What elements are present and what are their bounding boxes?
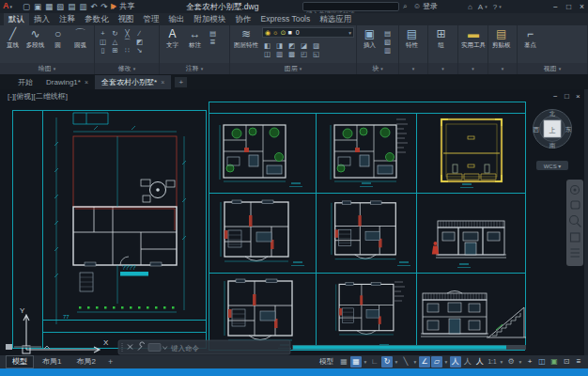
viewcube[interactable]: 上 北 南 西 东 xyxy=(533,110,572,149)
viewcube-top-face[interactable]: 上 xyxy=(549,127,556,133)
ribbon-tab-插入[interactable]: 插入 xyxy=(29,13,54,25)
viewcube-east[interactable]: 东 xyxy=(565,126,572,133)
annotate-tool-icon[interactable]: ▤ xyxy=(208,29,218,38)
modify-tool-icon[interactable]: ◩ xyxy=(134,38,145,46)
panel-title-view[interactable]: 视图▾ xyxy=(518,63,587,74)
draw-button-圆[interactable]: ○圆 xyxy=(48,27,68,50)
clean-screen-icon[interactable]: ⊡ xyxy=(561,356,572,368)
draw-button-直线[interactable]: ╱直线 xyxy=(3,27,23,50)
command-line[interactable]: 键入命令 xyxy=(118,340,290,354)
print-icon[interactable]: ▥ xyxy=(79,1,86,12)
layer-dropdown-icon[interactable]: ▾ xyxy=(348,30,351,36)
viewport-controls-label[interactable]: [-][俯视][二维线框] xyxy=(8,92,68,101)
block-button-插入[interactable]: ▣插入 xyxy=(360,27,379,50)
layers-tool-icon[interactable]: ◪ xyxy=(299,41,309,50)
doc-restore-button[interactable]: □ xyxy=(565,92,569,101)
annotation-visibility-icon[interactable]: 人 xyxy=(450,356,461,368)
annotation-autoscale-icon[interactable]: 人 xyxy=(462,356,473,368)
layers-tool-icon[interactable]: ◱ xyxy=(311,50,321,58)
modify-tool-icon[interactable]: ╳ xyxy=(122,29,132,38)
workspace-gear-icon-dropdown[interactable]: ▾ xyxy=(518,359,523,365)
panel-title-clipboard[interactable]: ▾ xyxy=(488,63,517,74)
layers-tool-icon[interactable]: ◰ xyxy=(299,50,309,58)
snap-mode-icon[interactable]: ▦ xyxy=(350,356,362,368)
layout-tab-布局2[interactable]: 布局2 xyxy=(70,355,101,368)
file-tab-Drawing1*[interactable]: Drawing1*× xyxy=(39,75,95,89)
ribbon-tab-附加模块[interactable]: 附加模块 xyxy=(190,13,231,25)
minimize-button[interactable]: − xyxy=(553,2,558,11)
panel-title-draw[interactable]: 绘图▾ xyxy=(0,63,94,74)
panel-title-annotate[interactable]: 注释▾ xyxy=(160,63,229,74)
annotation-monitor-icon[interactable]: + xyxy=(524,356,535,368)
panel-title-groups[interactable]: ▾ xyxy=(428,63,457,74)
maximize-button[interactable]: □ xyxy=(566,2,571,11)
drawing-canvas[interactable]: ???? 77 xyxy=(0,89,588,355)
isometric-drafting-icon[interactable]: ╲ xyxy=(400,356,411,368)
panel-title-block[interactable]: 块▾ xyxy=(357,63,398,74)
view-button-基点[interactable]: ⌐基点 xyxy=(520,27,540,50)
save-as-icon[interactable]: ▧ xyxy=(56,1,64,12)
doc-minimize-button[interactable]: − xyxy=(553,92,558,101)
save-icon[interactable]: ▦ xyxy=(45,1,53,12)
tab-close-icon[interactable]: × xyxy=(85,79,88,86)
redo-icon[interactable]: ↷ xyxy=(101,1,107,12)
file-tab-开始[interactable]: 开始 xyxy=(11,75,39,89)
new-file-icon[interactable]: ▢ xyxy=(23,1,30,12)
navigation-bar[interactable] xyxy=(566,180,583,266)
ortho-mode-icon[interactable]: ∟ xyxy=(369,356,380,368)
share-button[interactable]: ▶ 共享 xyxy=(111,1,134,12)
modify-tool-icon[interactable]: △ xyxy=(110,38,120,46)
layers-tool-icon[interactable]: ◩ xyxy=(286,41,297,50)
workspace-gear-icon[interactable]: ⚙ xyxy=(505,356,517,368)
autodesk-account-icon-dropdown[interactable]: ▾ xyxy=(485,4,487,9)
autodesk-account-icon[interactable]: A xyxy=(478,3,483,11)
annotation-scale-person-icon[interactable]: 人 xyxy=(474,356,486,368)
polar-tracking-icon-dropdown[interactable]: ▾ xyxy=(394,359,399,365)
block-tool-icon[interactable]: ▧ xyxy=(382,38,393,46)
doc-close-button[interactable]: × xyxy=(576,92,580,101)
new-drawing-tab-button[interactable]: + xyxy=(175,77,187,87)
object-snap-tracking-icon[interactable]: ∠ xyxy=(419,356,430,368)
modify-tool-icon[interactable]: ⊞ xyxy=(110,46,120,55)
layers-tool-icon[interactable]: ◧ xyxy=(262,41,272,50)
annotate-button-文字[interactable]: A文字 xyxy=(162,27,182,50)
draw-button-多段线[interactable]: ∿多段线 xyxy=(25,27,45,50)
clipboard-button-剪贴板[interactable]: ▤剪贴板 xyxy=(491,27,512,50)
layers-tool-icon[interactable]: ▥ xyxy=(274,50,285,58)
file-tab-全套农村小别墅*[interactable]: 全套农村小别墅*× xyxy=(95,75,171,89)
viewcube-south[interactable]: 南 xyxy=(549,142,556,149)
modify-tool-icon[interactable]: ⌒ xyxy=(122,38,132,46)
app-menu-button[interactable]: A▾ xyxy=(3,1,12,10)
undo-icon[interactable]: ↶ xyxy=(90,1,97,12)
ribbon-tab-管理[interactable]: 管理 xyxy=(139,13,164,25)
snap-mode-icon-dropdown[interactable]: ▾ xyxy=(363,359,368,365)
groups-button-组[interactable]: ⊞组 xyxy=(431,27,451,50)
search-icon[interactable]: ⌕ xyxy=(403,1,407,12)
model-space-button[interactable]: 模型 xyxy=(316,357,337,367)
customization-menu-icon[interactable]: ≡ xyxy=(573,356,584,368)
layers-button-图层特性[interactable]: ≋图层特性 xyxy=(233,27,259,50)
draw-button-圆弧[interactable]: ⌒圆弧 xyxy=(70,27,90,50)
modify-tool-icon[interactable]: ∷ xyxy=(122,46,132,55)
ribbon-tab-注释[interactable]: 注释 xyxy=(54,13,80,25)
modify-tool-icon[interactable]: ◫ xyxy=(98,38,108,46)
object-snap-icon-dropdown[interactable]: ▾ xyxy=(443,359,449,365)
layers-tool-icon[interactable]: ◨ xyxy=(274,41,285,50)
block-tool-icon[interactable]: ▤ xyxy=(382,29,393,38)
ribbon-tab-输出[interactable]: 输出 xyxy=(164,13,190,25)
layers-tool-icon[interactable]: ◫ xyxy=(262,50,272,58)
ribbon-tab-Express Tools[interactable]: Express Tools xyxy=(256,13,316,25)
layout-tab-布局1[interactable]: 布局1 xyxy=(36,355,68,368)
recent-commands-icon[interactable] xyxy=(148,344,161,352)
isometric-drafting-icon-dropdown[interactable]: ▾ xyxy=(412,359,418,365)
annotation-scale-value-dropdown[interactable]: ▾ xyxy=(499,359,504,365)
help-icon-dropdown[interactable]: ▾ xyxy=(499,4,502,9)
annotate-tool-icon[interactable]: ≣ xyxy=(208,38,218,46)
panel-title-properties[interactable]: ▾ xyxy=(399,63,427,74)
ribbon-tab-视图[interactable]: 视图 xyxy=(114,13,139,25)
layers-tool-icon[interactable]: ▩ xyxy=(286,50,297,58)
modify-tool-icon[interactable]: ∕ xyxy=(134,29,145,38)
panel-title-utilities[interactable]: ▾ xyxy=(458,63,487,74)
command-prompt[interactable]: 键入命令 xyxy=(170,344,200,352)
signin-button[interactable]: 登录 xyxy=(423,0,438,13)
